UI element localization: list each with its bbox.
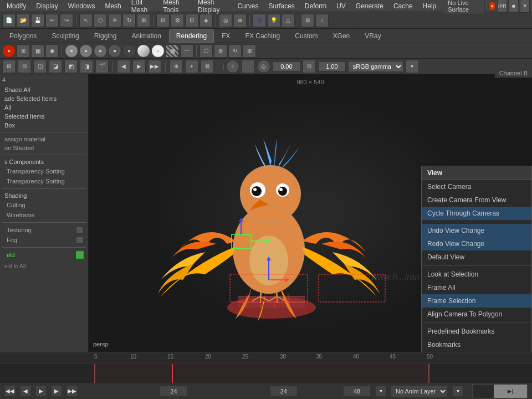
snap2-btn[interactable]: ⌖ <box>185 60 198 73</box>
timeline-bar[interactable] <box>0 364 532 383</box>
next-key-btn[interactable]: ▶ <box>51 386 62 397</box>
tab-fx-caching[interactable]: FX Caching <box>238 29 288 43</box>
sym-btn[interactable]: ⊕ <box>233 14 247 27</box>
view-btn[interactable]: ⊞ <box>17 44 30 58</box>
snap-surface-btn[interactable]: ◈ <box>200 14 213 27</box>
menu-curves[interactable]: Curves <box>233 1 263 11</box>
menu-display[interactable]: Display <box>32 1 62 11</box>
layout-btn[interactable]: ⊞ <box>2 60 16 73</box>
sphere5-btn[interactable]: ● <box>122 44 136 58</box>
menu-cache[interactable]: Cache <box>389 1 417 11</box>
all-item[interactable]: All <box>2 103 86 112</box>
sphere2-btn[interactable]: ● <box>79 44 93 58</box>
hud-btn[interactable]: ⊠ <box>201 60 214 73</box>
bookmarks-item[interactable]: Bookmarks <box>422 338 531 351</box>
prev-key-btn[interactable]: ◀ <box>20 386 31 397</box>
menu-mesh-display[interactable]: Mesh Display <box>193 0 232 15</box>
anim-layer-btn[interactable]: ▾ <box>452 386 463 397</box>
viewport[interactable]: 980 × 540 <box>89 74 532 352</box>
render-scene-btn[interactable]: ● <box>2 44 16 58</box>
menu-surfaces[interactable]: Surfaces <box>264 1 299 11</box>
aov-btn[interactable]: ⊞ <box>243 44 256 58</box>
play-btn[interactable]: ▶ <box>132 60 146 73</box>
show-btn[interactable]: ◉ <box>45 44 59 58</box>
grid-btn[interactable]: ⊟ <box>18 60 31 73</box>
wire-btn[interactable]: ◫ <box>33 60 47 73</box>
light-btn[interactable]: 💡 <box>267 14 280 27</box>
redo-btn[interactable]: ↪ <box>60 14 73 27</box>
play-btn2[interactable]: ▶ <box>35 386 47 397</box>
scale-btn[interactable]: ⊞ <box>137 14 150 27</box>
link-btn[interactable]: ⊟ <box>303 60 316 73</box>
tab-xgen[interactable]: XGen <box>326 29 357 43</box>
anim-layer-select[interactable]: No Anim Layer <box>391 385 448 397</box>
sphere4-btn[interactable]: ● <box>108 44 121 58</box>
tab-polygons[interactable]: Polygons <box>2 29 44 43</box>
lights-btn[interactable]: ⊕ <box>214 44 227 58</box>
snap-curve-btn[interactable]: ⊠ <box>171 14 184 27</box>
manip-btn[interactable]: ⊞ <box>301 14 314 27</box>
cycle-cameras-item[interactable]: Cycle Through Cameras <box>422 207 531 220</box>
env-btn[interactable]: ↻ <box>228 44 242 58</box>
end-frame-input[interactable]: 48 <box>343 386 371 397</box>
expand-btn[interactable]: ▾ <box>406 60 419 73</box>
checker-btn[interactable]: ▦ <box>166 44 179 58</box>
rotate-btn[interactable]: ↻ <box>122 14 136 27</box>
sphere3-btn[interactable]: ● <box>94 44 107 58</box>
undo-view-item[interactable]: Undo View Change <box>422 224 531 237</box>
dot-btn[interactable]: · <box>242 60 255 73</box>
prev-btn[interactable]: ◀ <box>117 60 130 73</box>
material-btn[interactable] <box>137 44 150 58</box>
frame-all-item[interactable]: Frame All <box>422 281 531 294</box>
snap-point-btn[interactable]: ⊡ <box>185 14 198 27</box>
menu-uv[interactable]: UV <box>332 1 350 11</box>
start-frame-input[interactable]: 24 <box>160 386 187 397</box>
sphere-btn[interactable]: ● <box>65 44 78 58</box>
gamma-input[interactable]: 1.00 <box>318 62 346 71</box>
fog-checkbox[interactable] <box>76 236 84 244</box>
menu-generate[interactable]: Generate <box>351 1 388 11</box>
tab-custom[interactable]: Custom <box>288 29 325 43</box>
close-btn[interactable]: ✕ <box>520 0 530 13</box>
circle-btn[interactable]: ○ <box>226 60 239 73</box>
box-item[interactable]: Box <box>2 121 86 130</box>
menu-edit-mesh[interactable]: Edit Mesh <box>127 0 158 15</box>
pass-btn[interactable]: ⬡ <box>200 44 213 58</box>
open-btn[interactable]: 📂 <box>17 14 30 27</box>
align-camera-item[interactable]: Align Camera To Polygon <box>422 308 531 321</box>
selected-items-item[interactable]: Selected Items <box>2 112 86 121</box>
select-camera-item[interactable]: Select Camera <box>422 180 531 193</box>
tab-rigging[interactable]: Rigging <box>87 29 124 43</box>
tab-rendering[interactable]: Rendering <box>169 29 214 43</box>
ipr-btn[interactable]: IPR <box>497 0 507 13</box>
current-frame-input[interactable] <box>270 386 298 397</box>
menu-help[interactable]: Help <box>418 1 441 11</box>
geom-btn[interactable]: △ <box>282 14 295 27</box>
no-live-surface[interactable]: No Live Surface <box>443 0 485 14</box>
gamma-select[interactable]: sRGB gamma <box>348 61 403 72</box>
select-btn[interactable]: ↖ <box>79 14 93 27</box>
manip2-btn[interactable]: ⊕ <box>170 60 183 73</box>
menu-deform[interactable]: Deform <box>300 1 331 11</box>
redo-view-item[interactable]: Redo View Change <box>422 237 531 250</box>
camera-btn[interactable]: 🎥 <box>253 14 266 27</box>
new-scene-btn[interactable]: 📄 <box>2 14 16 27</box>
circle2-btn[interactable]: ◎ <box>257 60 270 73</box>
default-view-item[interactable]: Default View <box>422 250 531 264</box>
next-frame-btn[interactable]: ▶▶ <box>66 386 78 397</box>
create-camera-item[interactable]: Create Camera From View <box>422 193 531 207</box>
menu-modify[interactable]: Modify <box>2 1 30 11</box>
tab-animation[interactable]: Animation <box>124 29 168 43</box>
tab-fx[interactable]: FX <box>214 29 237 43</box>
lasso-btn[interactable]: ⬡ <box>94 14 107 27</box>
shade4-btn[interactable]: ◩ <box>64 60 78 73</box>
tab-vray[interactable]: VRay <box>357 29 388 43</box>
shading-item[interactable]: Shading <box>2 191 86 200</box>
save-btn[interactable]: 💾 <box>31 14 44 27</box>
next-btn[interactable]: ▶▶ <box>148 60 161 73</box>
predefined-bookmarks-item[interactable]: Predefined Bookmarks <box>422 325 531 338</box>
cam-btn[interactable]: 🎬 <box>95 60 109 73</box>
snap-grid-btn[interactable]: ⊟ <box>156 14 170 27</box>
layer-expand-btn[interactable]: ▾ <box>375 386 386 397</box>
frame-selection-item[interactable]: Frame Selection <box>422 294 531 308</box>
